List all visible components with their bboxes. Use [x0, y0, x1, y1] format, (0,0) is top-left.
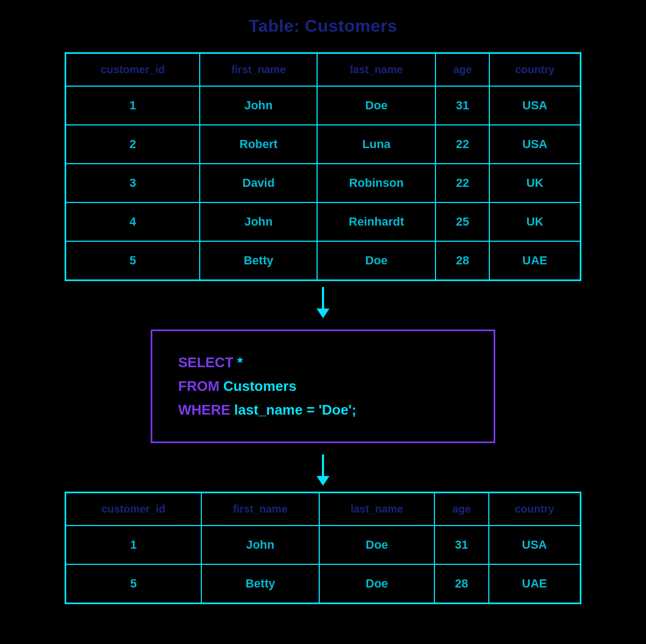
- table-cell: USA: [489, 526, 581, 564]
- table-cell: Betty: [201, 564, 320, 604]
- table-cell: 22: [436, 125, 489, 164]
- arrow-to-result: [317, 454, 329, 486]
- table-cell: UK: [489, 202, 580, 241]
- result-col-first-name: first_name: [201, 492, 320, 526]
- sql-box: SELECT * FROM Customers WHERE last_name …: [151, 330, 495, 443]
- arrow-head-2: [317, 476, 329, 486]
- table-row: 5BettyDoe28UAE: [66, 241, 581, 281]
- table-cell: 5: [66, 564, 201, 604]
- table-cell: 31: [436, 86, 489, 125]
- result-col-last-name: last_name: [319, 492, 434, 526]
- table-row: 3DavidRobinson22UK: [66, 164, 581, 202]
- table-cell: USA: [489, 125, 580, 164]
- table-cell: Doe: [319, 564, 434, 604]
- table-row: 1JohnDoe31USA: [66, 526, 581, 564]
- table-cell: Betty: [200, 241, 317, 281]
- table-cell: John: [201, 526, 320, 564]
- sql-select-keyword: SELECT: [178, 354, 234, 370]
- table-row: 4JohnReinhardt25UK: [66, 202, 581, 241]
- result-table: customer_id first_name last_name age cou…: [65, 492, 581, 604]
- table-cell: Doe: [317, 241, 436, 281]
- sql-from-keyword: FROM: [178, 378, 220, 394]
- table-cell: UAE: [489, 564, 581, 604]
- arrow-head-1: [317, 309, 329, 318]
- table-cell: 5: [66, 241, 200, 281]
- table-cell: Doe: [319, 526, 434, 564]
- sql-where-keyword: WHERE: [178, 402, 230, 418]
- table-cell: 28: [434, 564, 489, 604]
- table-cell: 31: [434, 526, 489, 564]
- source-col-age: age: [436, 53, 489, 87]
- result-table-header-row: customer_id first_name last_name age cou…: [66, 492, 581, 526]
- table-cell: Luna: [317, 125, 436, 164]
- table-cell: UK: [489, 164, 580, 202]
- source-col-last-name: last_name: [317, 53, 436, 87]
- table-cell: Robinson: [317, 164, 436, 202]
- table-row: 2RobertLuna22USA: [66, 125, 581, 164]
- table-cell: John: [200, 86, 317, 125]
- table-cell: John: [200, 202, 317, 241]
- table-cell: 22: [436, 164, 489, 202]
- table-cell: 25: [436, 202, 489, 241]
- table-cell: 1: [66, 86, 200, 125]
- sql-line-2: FROM Customers: [178, 374, 468, 398]
- arrow-line-2: [322, 454, 324, 476]
- table-row: 1JohnDoe31USA: [66, 86, 581, 125]
- result-col-country: country: [489, 492, 581, 526]
- table-cell: 2: [66, 125, 200, 164]
- result-col-customer-id: customer_id: [66, 492, 201, 526]
- table-cell: David: [200, 164, 317, 202]
- result-col-age: age: [434, 492, 489, 526]
- sql-line-1: SELECT *: [178, 351, 468, 374]
- source-table-header-row: customer_id first_name last_name age cou…: [66, 53, 581, 87]
- table-cell: USA: [489, 86, 580, 125]
- table-cell: UAE: [489, 241, 580, 281]
- sql-select-rest: *: [234, 354, 243, 370]
- page-title: Table: Customers: [249, 16, 397, 36]
- table-cell: 28: [436, 241, 489, 281]
- table-cell: 4: [66, 202, 200, 241]
- source-col-first-name: first_name: [200, 53, 317, 87]
- arrow-to-sql: [317, 286, 329, 319]
- arrow-line-1: [322, 287, 324, 309]
- table-row: 5BettyDoe28UAE: [66, 564, 581, 604]
- table-cell: Reinhardt: [317, 202, 436, 241]
- source-col-customer-id: customer_id: [66, 53, 200, 87]
- table-cell: Robert: [200, 125, 317, 164]
- source-table: customer_id first_name last_name age cou…: [65, 52, 581, 281]
- sql-line-3: WHERE last_name = 'Doe';: [178, 398, 468, 422]
- sql-from-rest: Customers: [220, 378, 297, 394]
- source-col-country: country: [489, 53, 580, 87]
- table-cell: 1: [66, 526, 201, 564]
- page-container: Table: Customers customer_id first_name …: [27, 16, 619, 604]
- table-cell: Doe: [317, 86, 436, 125]
- table-cell: 3: [66, 164, 200, 202]
- sql-where-rest: last_name = 'Doe';: [230, 402, 356, 418]
